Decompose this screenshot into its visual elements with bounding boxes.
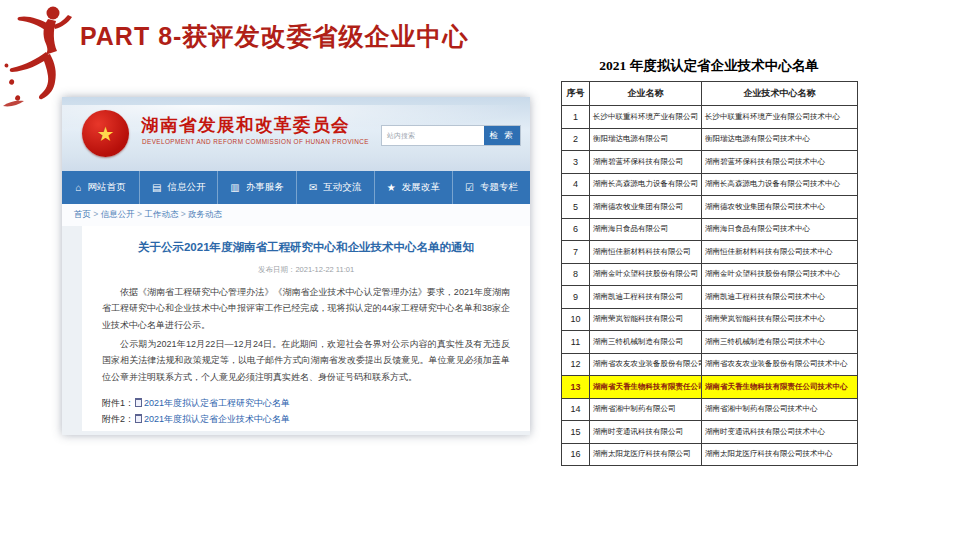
calendar-icon: ☑	[465, 183, 474, 193]
table-row: 14湖南省湘中制药有限公司湖南省湘中制药有限公司技术中心	[562, 398, 858, 421]
breadcrumb-gov-news[interactable]: 政务动态	[188, 209, 222, 221]
table-row: 12湖南省农友农业装备股份有限公司湖南省农友农业装备股份有限公司技术中心	[562, 353, 858, 376]
breadcrumb-info[interactable]: 信息公开	[101, 209, 145, 221]
table-row: 10湖南荣岚智能科技有限公司湖南荣岚智能科技有限公司技术中心	[562, 308, 858, 331]
table-row: 2衡阳瑞达电源有限公司衡阳瑞达电源有限公司技术中心	[562, 128, 858, 151]
col-header-center: 企业技术中心名称	[702, 82, 858, 106]
article-publish-date: 发布日期：2021-12-22 11:01	[102, 265, 510, 275]
table-row: 6湖南海日食品有限公司湖南海日食品有限公司技术中心	[562, 218, 858, 241]
table-row-highlighted: 13湖南省天香生物科技有限责任公司湖南省天香生物科技有限责任公司技术中心	[562, 376, 858, 399]
table-row: 8湖南金叶众望科技股份有限公司湖南金叶众望科技股份有限公司技术中心	[562, 263, 858, 286]
attachment-link-engineering-centers[interactable]: 2021年度拟认定省工程研究中心名单	[144, 395, 290, 411]
site-header: ★ 湖南省发展和改革委员会 DEVELOPMENT AND REFORM COM…	[62, 97, 530, 171]
home-icon: ⌂	[76, 183, 82, 193]
attachment-label: 附件2：	[102, 411, 134, 427]
article-title: 关于公示2021年度湖南省工程研究中心和企业技术中心名单的通知	[102, 239, 510, 256]
attachment-row: 附件2： 2021年度拟认定省企业技术中心名单	[102, 411, 510, 427]
table-row: 11湖南三特机械制造有限公司湖南三特机械制造有限公司技术中心	[562, 331, 858, 354]
table-row: 15湖南时变通讯科技有限公司湖南时变通讯科技有限公司技术中心	[562, 421, 858, 444]
nav-item-special-columns[interactable]: ☑ 专题专栏	[452, 171, 530, 204]
table-row: 7湖南恒佳新材料科技有限公司湖南恒佳新材料科技有限公司技术中心	[562, 241, 858, 264]
table-row: 4湖南长高森源电力设备有限公司湖南长高森源电力设备有限公司技术中心	[562, 173, 858, 196]
attachment-row: 附件1： 2021年度拟认定省工程研究中心名单	[102, 395, 510, 411]
attachment-label: 附件1：	[102, 395, 134, 411]
attachment-list: 附件1： 2021年度拟认定省工程研究中心名单 附件2： 2021年度拟认定省企…	[102, 395, 510, 427]
document-icon: ▥	[230, 183, 239, 193]
national-emblem-icon: ★	[82, 110, 129, 157]
page-body: 关于公示2021年度湖南省工程研究中心和企业技术中心名单的通知 发布日期：202…	[62, 226, 530, 435]
breadcrumb-home[interactable]: 首页	[74, 209, 101, 221]
website-screenshot: ★ 湖南省发展和改革委员会 DEVELOPMENT AND REFORM COM…	[62, 97, 530, 435]
site-name-english: DEVELOPMENT AND REFORM COMMISSION OF HUN…	[142, 138, 369, 145]
slide-title: PART 8-获评发改委省级企业中心	[80, 20, 468, 53]
article-paragraph: 公示期为2021年12月22日—12月24日。在此期间，欢迎社会各界对公示内容的…	[102, 336, 510, 386]
star-icon: ★	[387, 183, 396, 193]
site-nav: ⌂ 网站首页 ▤ 信息公开 ▥ 办事服务 ✉ 互动交流 ★ 发展改革 ☑ 专题专…	[62, 171, 530, 204]
site-search: 站内搜索 检 索	[381, 125, 521, 146]
col-header-no: 序号	[562, 82, 590, 106]
nav-item-home[interactable]: ⌂ 网站首页	[62, 171, 139, 204]
article-card: 关于公示2021年度湖南省工程研究中心和企业技术中心名单的通知 发布日期：202…	[82, 226, 530, 431]
attachment-file-icon	[135, 414, 142, 423]
search-input[interactable]	[420, 126, 484, 145]
table-row: 5湖南德农牧业集团有限公司湖南德农牧业集团有限公司技术中心	[562, 196, 858, 219]
breadcrumb-work-news[interactable]: 工作动态	[144, 209, 188, 221]
nav-item-development-reform[interactable]: ★ 发展改革	[374, 171, 452, 204]
chat-icon: ✉	[309, 183, 317, 193]
site-name: 湖南省发展和改革委员会	[141, 113, 350, 137]
nav-item-services[interactable]: ▥ 办事服务	[217, 171, 295, 204]
article-paragraph: 依据《湖南省工程研究中心管理办法》《湖南省企业技术中心认定管理办法》要求，202…	[102, 284, 510, 334]
slide-title-text: 获评发改委省级企业中心	[182, 22, 468, 50]
search-label: 站内搜索	[382, 131, 420, 141]
table-row: 1长沙中联重科环境产业有限公司长沙中联重科环境产业有限公司技术中心	[562, 106, 858, 129]
search-button[interactable]: 检 索	[484, 126, 520, 145]
table-header-row: 序号 企业名称 企业技术中心名称	[562, 82, 858, 106]
breadcrumb: 首页 信息公开 工作动态 政务动态	[62, 204, 530, 226]
attachment-file-icon	[135, 398, 142, 407]
attachment-link-enterprise-centers[interactable]: 2021年度拟认定省企业技术中心名单	[144, 411, 290, 427]
slide-title-prefix: PART 8-	[80, 22, 182, 50]
col-header-company: 企业名称	[590, 82, 702, 106]
enterprise-tech-center-table: 序号 企业名称 企业技术中心名称 1长沙中联重科环境产业有限公司长沙中联重科环境…	[561, 81, 858, 466]
nav-item-interaction[interactable]: ✉ 互动交流	[296, 171, 374, 204]
book-icon: ▤	[152, 183, 161, 193]
table-row: 16湖南太阳龙医疗科技有限公司湖南太阳龙医疗科技有限公司技术中心	[562, 443, 858, 466]
table-title: 2021 年度拟认定省企业技术中心名单	[560, 57, 858, 75]
table-row: 3湖南碧蓝环保科技有限公司湖南碧蓝环保科技有限公司技术中心	[562, 151, 858, 174]
nav-item-info-disclosure[interactable]: ▤ 信息公开	[139, 171, 217, 204]
table-row: 9湖南凯迪工程科技有限公司湖南凯迪工程科技有限公司技术中心	[562, 286, 858, 309]
